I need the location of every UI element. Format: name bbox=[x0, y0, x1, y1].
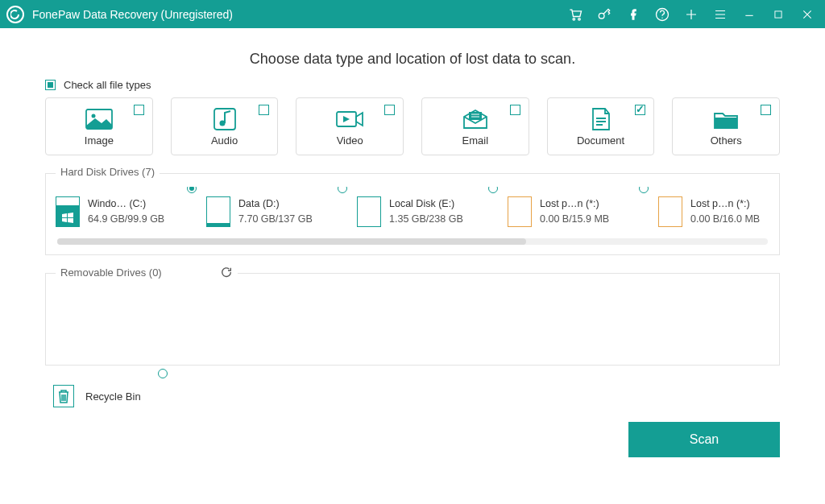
app-title: FonePaw Data Recovery (Unregistered) bbox=[32, 8, 233, 21]
tile-checkbox[interactable] bbox=[510, 105, 520, 115]
lost-partition-icon bbox=[508, 196, 532, 227]
svg-point-0 bbox=[573, 18, 575, 20]
drive-name: Local Disk (E:) bbox=[389, 196, 463, 212]
svg-point-4 bbox=[661, 17, 662, 18]
svg-point-2 bbox=[599, 13, 604, 19]
lost-partition-icon bbox=[658, 196, 682, 227]
tile-image[interactable]: Image bbox=[45, 97, 153, 155]
svg-point-7 bbox=[91, 114, 95, 118]
scan-row: Scan bbox=[45, 422, 780, 457]
app-logo-icon bbox=[6, 6, 24, 23]
svg-point-1 bbox=[578, 18, 581, 20]
drive-size: 7.70 GB/137 GB bbox=[238, 212, 313, 227]
windows-drive-icon bbox=[56, 196, 80, 227]
drive-radio[interactable] bbox=[488, 187, 498, 193]
tile-checkbox[interactable] bbox=[761, 105, 771, 115]
drive-name: Lost p…n (*:) bbox=[540, 196, 609, 212]
drive-size: 0.00 B/15.9 MB bbox=[540, 212, 609, 227]
scan-button[interactable]: Scan bbox=[628, 422, 780, 457]
drive-item[interactable]: Lost p…n (*:) 0.00 B/15.9 MB bbox=[508, 193, 649, 227]
key-icon[interactable] bbox=[596, 6, 612, 23]
check-all-row[interactable]: Check all file types bbox=[45, 79, 780, 91]
drive-size: 1.35 GB/238 GB bbox=[389, 212, 463, 227]
email-icon bbox=[462, 107, 488, 131]
page-heading: Choose data type and location of lost da… bbox=[45, 51, 780, 68]
drive-size: 64.9 GB/99.9 GB bbox=[88, 212, 164, 227]
drive-scrollbar[interactable] bbox=[57, 238, 768, 245]
drive-radio[interactable] bbox=[187, 187, 197, 193]
tile-audio[interactable]: Audio bbox=[171, 97, 279, 155]
tile-checkbox[interactable] bbox=[259, 105, 269, 115]
help-icon[interactable] bbox=[654, 6, 670, 23]
removable-section: Removable Drives (0) bbox=[45, 273, 780, 366]
tile-checkbox[interactable] bbox=[384, 105, 395, 115]
refresh-icon[interactable] bbox=[220, 266, 233, 279]
main-content: Choose data type and location of lost da… bbox=[0, 28, 825, 457]
tile-label: Image bbox=[85, 134, 114, 147]
tile-checkbox[interactable] bbox=[635, 105, 645, 115]
minimize-icon[interactable] bbox=[741, 6, 757, 23]
tile-label: Audio bbox=[211, 134, 238, 147]
data-drive-icon bbox=[206, 196, 230, 227]
drive-name: Data (D:) bbox=[238, 196, 313, 212]
check-all-label: Check all file types bbox=[64, 79, 151, 91]
tile-others[interactable]: Others bbox=[672, 97, 780, 155]
drive-item[interactable]: Local Disk (E:) 1.35 GB/238 GB bbox=[357, 193, 498, 227]
recycle-bin-row[interactable]: Recycle Bin bbox=[45, 385, 780, 407]
hdd-legend: Hard Disk Drives (7) bbox=[56, 166, 160, 178]
audio-icon bbox=[213, 107, 237, 131]
titlebar-actions bbox=[567, 6, 819, 23]
removable-body bbox=[56, 287, 769, 355]
tile-label: Document bbox=[577, 134, 624, 147]
svg-rect-5 bbox=[775, 10, 781, 17]
folder-icon bbox=[713, 107, 739, 131]
plus-icon[interactable] bbox=[683, 6, 699, 23]
tile-label: Email bbox=[462, 134, 489, 147]
tile-email[interactable]: Email bbox=[421, 97, 529, 155]
plain-drive-icon bbox=[357, 196, 381, 227]
drive-size: 0.00 B/16.0 MB bbox=[690, 212, 760, 227]
facebook-icon[interactable] bbox=[625, 6, 641, 23]
file-type-tiles: Image Audio Video Email Document Others bbox=[45, 97, 780, 155]
drive-radio[interactable] bbox=[338, 187, 347, 193]
svg-rect-12 bbox=[715, 118, 737, 128]
drive-name: Lost p…n (*:) bbox=[690, 196, 760, 212]
removable-legend: Removable Drives (0) bbox=[60, 266, 162, 279]
tile-label: Others bbox=[711, 134, 742, 147]
drive-list: Windo… (C:) 64.9 GB/99.9 GB Data (D:) 7.… bbox=[56, 187, 769, 227]
maximize-icon[interactable] bbox=[770, 6, 786, 23]
drive-name: Windo… (C:) bbox=[88, 196, 164, 212]
document-icon bbox=[591, 107, 611, 131]
drive-item[interactable]: Lost p…n (*:) 0.00 B/16.0 MB bbox=[658, 193, 769, 227]
recycle-bin-label: Recycle Bin bbox=[85, 390, 141, 403]
title-bar: FonePaw Data Recovery (Unregistered) bbox=[0, 0, 825, 28]
svg-rect-11 bbox=[469, 112, 482, 120]
hdd-section: Hard Disk Drives (7) Windo… (C:) 64.9 GB… bbox=[45, 173, 780, 255]
tile-checkbox[interactable] bbox=[134, 105, 144, 115]
check-all-checkbox[interactable] bbox=[45, 80, 56, 90]
tile-video[interactable]: Video bbox=[296, 97, 404, 155]
drive-radio[interactable] bbox=[639, 187, 649, 193]
tile-label: Video bbox=[337, 134, 363, 147]
recycle-bin-icon bbox=[53, 385, 74, 407]
drive-item[interactable]: Windo… (C:) 64.9 GB/99.9 GB bbox=[56, 193, 197, 227]
drive-item[interactable]: Data (D:) 7.70 GB/137 GB bbox=[206, 193, 347, 227]
recycle-radio[interactable] bbox=[158, 369, 168, 378]
cart-icon[interactable] bbox=[567, 6, 583, 23]
menu-icon[interactable] bbox=[712, 6, 728, 23]
image-icon bbox=[85, 107, 113, 131]
tile-document[interactable]: Document bbox=[547, 97, 655, 155]
close-icon[interactable] bbox=[799, 6, 815, 23]
video-icon bbox=[336, 107, 363, 131]
